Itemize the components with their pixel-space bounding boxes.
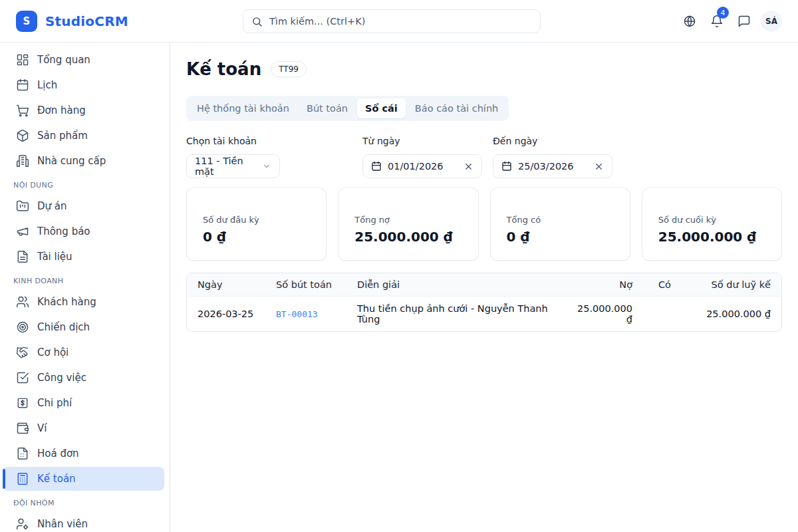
stat-card-closing-balance: Số dư cuối kỳ 25.000.000 ₫ [642,188,782,261]
avatar-initials: SÁ [765,17,777,26]
cell-balance: 25.000.000 ₫ [682,296,781,331]
sidebar-item-don-hang[interactable]: Đơn hàng [3,98,164,122]
sidebar-section-kinh-doanh: KINH DOANH [13,277,164,287]
cell-description: Thu tiền chụp ảnh cưới - Nguyễn Thanh Tù… [346,296,567,331]
tab-he-thong-tai-khoan[interactable]: Hệ thống tài khoản [189,98,297,118]
language-button[interactable] [679,11,700,32]
search-input[interactable]: Tìm kiếm... (Ctrl+K) [243,9,541,33]
to-date-value: 25/03/2026 [518,161,588,172]
table-header-row: Ngày Số bút toán Diễn giải Nợ Có Số dư l… [187,273,781,296]
tab-bao-cao-tai-chinh[interactable]: Báo cáo tài chính [407,98,506,118]
sidebar-item-hoa-don[interactable]: Hoá đơn [3,442,164,466]
stat-value: 25.000.000 ₫ [658,229,765,245]
sidebar-item-nha-cung-cap[interactable]: Nhà cung cấp [3,149,164,173]
sidebar-item-tai-lieu[interactable]: Tài liệu [3,245,164,269]
notifications-button[interactable]: 4 [706,11,728,32]
sidebar-item-label: Dự án [37,200,67,212]
clear-from-date-icon[interactable] [464,162,473,172]
tab-but-toan[interactable]: Bút toán [299,98,356,118]
cell-credit [643,296,682,331]
clear-to-date-icon[interactable] [594,162,604,172]
sidebar-item-san-pham[interactable]: Sản phẩm [3,124,164,148]
sidebar-item-label: Chiến dịch [37,321,90,333]
tab-so-cai[interactable]: Sổ cái [357,98,406,118]
from-date-input[interactable]: 01/01/2026 [362,154,482,178]
sidebar-item-label: Sản phẩm [37,130,88,142]
to-date-label: Đến ngày [493,136,623,148]
file-text-icon [16,250,29,263]
sidebar-item-thong-bao[interactable]: Thông báo [3,219,164,243]
users-icon [16,295,29,309]
stat-label: Tổng có [507,215,614,225]
messages-button[interactable] [733,11,755,32]
user-cog-icon [16,517,29,531]
sidebar-item-nhan-vien[interactable]: Nhân viên [3,512,164,532]
stat-label: Số dư cuối kỳ [658,215,765,225]
sidebar-item-label: Hoá đơn [37,448,79,460]
stat-value: 0 ₫ [203,229,310,245]
sidebar: Tổng quan Lịch Đơn hàng Sản phẩm Nhà cun… [0,43,170,532]
sidebar-item-khach-hang[interactable]: Khách hàng [3,290,164,314]
ledger-table: Ngày Số bút toán Diễn giải Nợ Có Số dư l… [186,273,782,332]
app-logo: S [16,11,37,32]
check-square-icon [16,371,29,384]
sidebar-section-doi-nhom: ĐỘI NHÓM [13,499,164,509]
sidebar-item-co-hoi[interactable]: Cơ hội [3,340,164,364]
sidebar-item-vi[interactable]: Ví [3,416,164,440]
chevron-down-icon [262,161,271,172]
stat-card-opening-balance: Số dư đầu kỳ 0 ₫ [186,188,327,261]
banknote-icon [16,396,29,410]
to-date-filter: Đến ngày 25/03/2026 [493,136,623,178]
tab-bar: Hệ thống tài khoản Bút toán Sổ cái Báo c… [186,96,509,121]
sidebar-item-label: Khách hàng [37,296,96,308]
page-header: Kế toán TT99 [186,60,782,78]
globe-icon [683,15,696,28]
sidebar-item-lich[interactable]: Lịch [3,73,164,97]
sidebar-item-label: Ví [37,422,47,434]
stat-card-total-credit: Tổng có 0 ₫ [490,188,630,261]
sidebar-item-label: Lịch [37,79,57,91]
sidebar-item-label: Cơ hội [37,346,68,358]
accounting-standard-badge: TT99 [271,61,307,77]
to-date-input[interactable]: 25/03/2026 [493,154,612,178]
cell-debit: 25.000.000 ₫ [567,296,643,331]
chat-icon [737,15,751,28]
account-filter: Chọn tài khoản 111 - Tiền mặt [186,136,362,178]
stat-label: Số dư đầu kỳ [203,215,310,225]
sidebar-item-du-an[interactable]: Dự án [3,194,164,218]
search-placeholder: Tìm kiếm... (Ctrl+K) [269,16,365,27]
sidebar-item-ke-toan[interactable]: Kế toán [3,467,164,491]
stat-value: 0 ₫ [507,229,614,245]
from-date-label: Từ ngày [362,136,493,148]
sidebar-item-label: Công việc [37,372,86,384]
calendar-icon [501,161,512,172]
stat-card-total-debit: Tổng nợ 25.000.000 ₫ [338,188,478,261]
sidebar-item-label: Tài liệu [37,251,72,263]
logo-letter: S [23,15,31,27]
from-date-filter: Từ ngày 01/01/2026 [362,136,493,178]
sidebar-item-label: Đơn hàng [37,104,86,116]
column-header-debit: Nợ [567,273,643,296]
brand: S StudioCRM [16,11,128,32]
building-icon [16,154,29,168]
column-header-description: Diễn giải [346,273,567,296]
page-title: Kế toán [186,60,261,78]
sidebar-item-chien-dich[interactable]: Chiến dịch [3,315,164,339]
stat-cards: Số dư đầu kỳ 0 ₫ Tổng nợ 25.000.000 ₫ Tổ… [186,188,782,261]
user-avatar[interactable]: SÁ [761,11,782,32]
sidebar-item-cong-viec[interactable]: Công việc [3,366,164,390]
main-content: Kế toán TT99 Hệ thống tài khoản Bút toán… [170,43,798,532]
sidebar-item-chi-phi[interactable]: Chi phí [3,391,164,415]
column-header-entry: Số bút toán [265,273,346,296]
column-header-credit: Có [643,273,682,296]
sidebar-item-tong-quan[interactable]: Tổng quan [3,48,164,72]
sidebar-item-label: Nhà cung cấp [37,155,106,167]
stat-value: 25.000.000 ₫ [354,229,462,245]
sidebar-item-label: Chi phí [37,397,72,409]
table-row: 2026-03-25 BT-00013 Thu tiền chụp ảnh cư… [187,296,781,331]
account-select[interactable]: 111 - Tiền mặt [186,154,280,178]
sidebar-item-label: Thông báo [37,225,90,237]
filter-bar: Chọn tài khoản 111 - Tiền mặt Từ ngày 01… [186,136,782,178]
entry-number-link[interactable]: BT-00013 [276,309,318,319]
top-actions: 4 SÁ [679,11,782,32]
